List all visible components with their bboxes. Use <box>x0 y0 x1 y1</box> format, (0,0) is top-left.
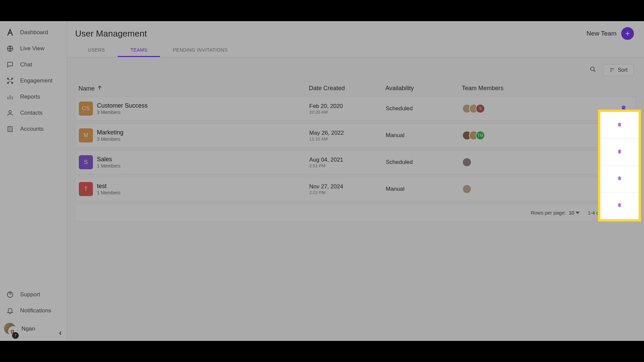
team-members: TM <box>462 131 611 140</box>
team-availability: Scheduled <box>386 159 462 166</box>
arrow-up-icon <box>97 85 103 93</box>
tab-teams[interactable]: TEAMS <box>118 44 160 57</box>
team-member-count: 1 Members <box>97 190 309 195</box>
delete-team-button[interactable] <box>617 202 622 209</box>
trash-icon <box>617 122 622 127</box>
delete-team-button[interactable] <box>617 176 622 182</box>
search-button[interactable] <box>589 66 597 74</box>
team-name: test <box>97 183 309 190</box>
caret-down-icon <box>576 211 580 215</box>
trash-icon <box>617 176 622 181</box>
toolbar: Sort <box>75 64 636 76</box>
tabs: USERS TEAMS PENDING INVITATIONS <box>75 44 634 57</box>
table-row[interactable]: S Sales 1 Members Aug 04, 2021 2:51 PM S… <box>75 150 636 174</box>
sidebar-item-engagement[interactable]: Engagement <box>0 73 67 89</box>
column-availability[interactable]: Availability <box>385 85 462 93</box>
team-members <box>462 184 611 194</box>
table-row[interactable]: M Marketing 3 Members May 26, 2022 11:10… <box>75 123 636 147</box>
trash-icon <box>621 105 627 111</box>
team-time: 11:10 AM <box>309 136 386 141</box>
member-avatar <box>462 184 472 194</box>
svg-rect-16 <box>619 205 620 206</box>
sidebar-item-chat[interactable]: Chat <box>0 57 67 73</box>
main-content: User Management New Team USERS TEAMS PEN… <box>67 21 644 341</box>
team-availability: Manual <box>386 132 462 139</box>
sidebar-item-reports[interactable]: Reports <box>0 89 67 105</box>
team-time: 2:51 PM <box>309 163 386 168</box>
sidebar-item-notifications[interactable]: Notifications <box>0 303 67 319</box>
page-title: User Management <box>75 28 147 39</box>
plus-icon <box>624 30 631 37</box>
bar-chart-icon <box>5 92 15 102</box>
column-members[interactable]: Team Members <box>462 85 633 93</box>
tab-users[interactable]: USERS <box>75 44 118 57</box>
member-avatar: S <box>476 104 485 113</box>
rows-per-page-label: Rows per page: <box>531 210 566 216</box>
sidebar: Dashboard Live View Chat Engagement Repo… <box>0 21 67 341</box>
pagination: Rows per page: 10 1-4 of 4 <box>75 204 636 222</box>
team-time: 2:22 PM <box>309 190 386 195</box>
sidebar-item-label: Engagement <box>20 77 52 84</box>
sidebar-item-label: Contacts <box>20 110 43 116</box>
table-row[interactable]: T test 1 Members Nov 27, 2024 2:22 PM Ma… <box>75 177 636 201</box>
team-avatar: S <box>79 155 93 169</box>
sidebar-item-label: Dashboard <box>20 29 48 36</box>
sidebar-item-label: Accounts <box>20 126 44 132</box>
delete-team-button[interactable] <box>621 105 627 112</box>
delete-team-button[interactable] <box>617 122 622 129</box>
team-name: Customer Success <box>97 102 309 109</box>
team-members: S <box>462 104 611 113</box>
delete-team-button[interactable] <box>617 149 622 156</box>
team-avatar: CS <box>79 102 93 116</box>
sidebar-item-label: Chat <box>20 61 32 68</box>
sidebar-item-contacts[interactable]: Contacts <box>0 105 67 121</box>
team-time: 10:20 AM <box>309 110 386 115</box>
svg-rect-14 <box>619 151 620 153</box>
rows-per-page-select[interactable]: 10 <box>569 210 580 216</box>
building-icon <box>5 124 15 134</box>
team-date: Feb 20, 2020 <box>309 103 386 110</box>
team-date: May 26, 2022 <box>309 130 386 136</box>
sidebar-item-label: Notifications <box>20 307 51 314</box>
collapse-sidebar-button[interactable] <box>57 330 63 338</box>
highlight-delete-column <box>600 112 639 219</box>
team-availability: Manual <box>386 186 462 192</box>
new-team-button[interactable] <box>621 27 634 40</box>
header: User Management New Team USERS TEAMS PEN… <box>67 21 644 57</box>
team-member-count: 3 Members <box>97 136 309 142</box>
user-name: Ngan <box>21 325 35 332</box>
sidebar-item-label: Reports <box>20 94 40 100</box>
sidebar-item-support[interactable]: Support <box>0 287 67 303</box>
search-icon <box>589 66 597 73</box>
avatar: g. 7 <box>3 321 18 336</box>
logo-icon <box>5 27 15 38</box>
contacts-icon <box>5 108 15 118</box>
svg-rect-9 <box>623 108 625 109</box>
column-date[interactable]: Date Created <box>309 85 385 93</box>
trash-icon <box>617 202 622 208</box>
svg-rect-13 <box>619 124 620 125</box>
trash-icon <box>617 149 622 154</box>
team-member-count: 1 Members <box>97 163 309 169</box>
user-profile[interactable]: g. 7 Ngan <box>0 319 67 339</box>
team-name: Marketing <box>97 129 309 136</box>
team-member-count: 3 Members <box>97 110 309 115</box>
new-team-label: New Team <box>587 30 616 37</box>
sort-icon <box>609 67 615 73</box>
sidebar-item-dashboard[interactable]: Dashboard <box>0 24 67 41</box>
sort-button[interactable]: Sort <box>603 64 634 76</box>
globe-icon <box>5 43 15 54</box>
chevron-left-icon <box>57 330 63 336</box>
sidebar-item-accounts[interactable]: Accounts <box>0 121 67 137</box>
team-date: Aug 04, 2021 <box>309 157 386 163</box>
team-avatar: T <box>79 182 93 196</box>
sidebar-item-label: Live View <box>20 45 44 52</box>
help-icon <box>5 289 15 300</box>
sidebar-item-live-view[interactable]: Live View <box>0 41 67 57</box>
sidebar-item-label: Support <box>20 291 40 298</box>
table-row[interactable]: CS Customer Success 3 Members Feb 20, 20… <box>75 97 636 121</box>
team-date: Nov 27, 2024 <box>309 183 386 190</box>
table-header: Name Date Created Availability Team Memb… <box>75 81 636 97</box>
column-name[interactable]: Name <box>78 85 309 93</box>
tab-pending-invitations[interactable]: PENDING INVITATIONS <box>160 44 240 57</box>
